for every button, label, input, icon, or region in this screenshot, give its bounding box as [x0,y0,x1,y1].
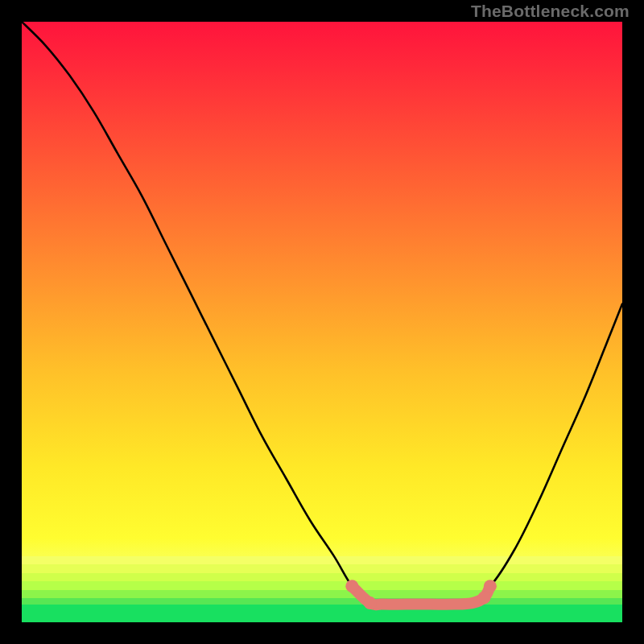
chart-curve-line [22,22,622,605]
chart-floor-dot [484,580,497,592]
chart-floor-dot [364,597,377,609]
chart-svg [22,22,622,622]
watermark-label: TheBottleneck.com [471,2,630,21]
chart-plot-area [22,22,622,622]
chart-floor-dot [477,591,490,604]
chart-floor-dot [345,580,358,592]
